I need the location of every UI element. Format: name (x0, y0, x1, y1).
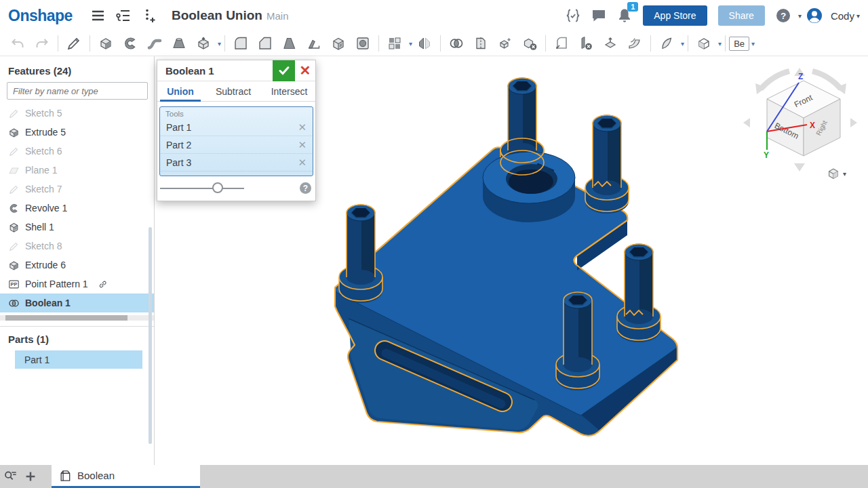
onshape-logo[interactable]: Onshape (8, 7, 73, 25)
cancel-button[interactable]: ✕ (295, 60, 315, 81)
user-name[interactable]: Cody (831, 10, 854, 22)
sweep-button[interactable] (144, 33, 165, 54)
shell-button[interactable] (328, 33, 349, 54)
features-panel: Features (24) Sketch 5 Extrude 5 Sketch … (0, 56, 155, 465)
remove-part2-icon[interactable]: ✕ (298, 139, 307, 151)
tab-union[interactable]: Union (157, 81, 203, 101)
tools-label: Tools (160, 107, 313, 119)
thicken-button[interactable] (193, 33, 214, 54)
part-item-part1[interactable]: Part 1 (15, 350, 142, 369)
thicken-caret-icon[interactable]: ▾ (218, 40, 221, 47)
tab-intersect[interactable]: Intersect (263, 81, 315, 101)
shell-icon (8, 222, 20, 233)
composite-caret-icon[interactable]: ▾ (718, 40, 722, 47)
delete-face-button[interactable] (576, 33, 596, 54)
move-face-button[interactable] (600, 33, 620, 54)
mirror-button[interactable] (414, 33, 435, 54)
workspace-name[interactable]: Main (267, 10, 289, 22)
feature-item-sketch7[interactable]: Sketch 7 (0, 180, 154, 199)
featurescript-icon[interactable] (565, 7, 581, 24)
remove-part3-icon[interactable]: ✕ (298, 157, 307, 169)
chamfer-button[interactable] (255, 33, 275, 54)
add-tab-button[interactable] (20, 465, 41, 488)
modify-fillet-button[interactable] (551, 33, 572, 54)
x-axis-label: X (810, 121, 815, 130)
user-menu-caret-icon[interactable]: ▾ (856, 12, 860, 20)
feature-filter-input[interactable] (7, 82, 148, 100)
comments-icon[interactable] (591, 7, 607, 24)
tool-row-part4[interactable]: Part 4✕ (160, 171, 313, 176)
feature-item-extrude6[interactable]: Extrude 6 (0, 256, 154, 274)
delete-part-button[interactable] (519, 33, 540, 54)
offset-surface-button[interactable] (625, 33, 645, 54)
tools-selection-list[interactable]: Tools Part 1✕ Part 2✕ Part 3✕ Part 4✕ (159, 106, 313, 176)
detail-slider-handle[interactable] (212, 182, 223, 193)
onshape-app: Onshape Boolean Union Main 1 App Store S… (0, 0, 868, 488)
y-axis-label: Y (764, 150, 769, 160)
revolve-icon (8, 203, 20, 214)
feature-item-extrude5[interactable]: Extrude 5 (0, 123, 154, 142)
extrude-button[interactable] (96, 33, 116, 54)
app-store-button[interactable]: App Store (643, 5, 707, 26)
share-button[interactable]: Share (718, 5, 765, 26)
user-avatar[interactable] (806, 7, 823, 24)
versions-history-icon[interactable] (115, 7, 132, 24)
view-right-arrow[interactable] (850, 118, 857, 127)
insert-element-icon[interactable] (141, 7, 157, 24)
help-icon[interactable]: ? (775, 7, 791, 24)
dialog-help-icon[interactable]: ? (300, 182, 311, 194)
custom-feature-button[interactable]: Be (729, 37, 749, 51)
features-horizontal-scrollbar[interactable] (0, 315, 154, 321)
model-viewport[interactable] (319, 64, 698, 447)
view-down-arrow[interactable] (794, 163, 805, 171)
hole-button[interactable] (353, 33, 373, 54)
tool-row-part2[interactable]: Part 2✕ (160, 136, 313, 154)
feature-item-shell1[interactable]: Shell 1 (0, 218, 154, 237)
sketch-button[interactable] (64, 33, 84, 54)
feature-item-boolean1[interactable]: Boolean 1 (0, 293, 154, 312)
view-options-caret-icon[interactable]: ▾ (843, 170, 846, 178)
notification-badge: 1 (627, 2, 638, 12)
tab-subtract[interactable]: Subtract (203, 81, 263, 101)
tool-row-part3[interactable]: Part 3✕ (160, 154, 313, 171)
feature-item-plane1[interactable]: Plane 1 (0, 161, 154, 180)
notifications-bell-icon[interactable]: 1 (616, 7, 633, 24)
remove-part1-icon[interactable]: ✕ (298, 121, 307, 134)
features-vertical-scrollbar[interactable] (149, 227, 152, 444)
partstudio-tab-boolean[interactable]: Boolean (52, 465, 200, 488)
feature-item-sketch6[interactable]: Sketch 6 (0, 142, 154, 161)
boolean-button[interactable] (446, 33, 467, 54)
composite-part-button[interactable] (694, 33, 714, 54)
dialog-title: Boolean 1 (157, 65, 273, 77)
bolt-2 (585, 115, 629, 214)
redo-button[interactable] (32, 33, 52, 54)
confirm-button[interactable] (273, 60, 295, 81)
main-area: Front Bottom Right Z X Y ▾ Features (24)… (0, 56, 868, 465)
linear-pattern-button[interactable] (384, 33, 405, 54)
draft-button[interactable] (279, 33, 300, 54)
pattern-caret-icon[interactable]: ▾ (409, 40, 412, 47)
feature-item-sketch5[interactable]: Sketch 5 (0, 104, 154, 123)
custom-feature-caret-icon[interactable]: ▾ (751, 40, 755, 47)
feature-item-sketch8[interactable]: Sketch 8 (0, 237, 154, 256)
help-caret-icon[interactable]: ▾ (798, 12, 802, 20)
surface-caret-icon[interactable]: ▾ (681, 40, 684, 47)
split-button[interactable] (471, 33, 491, 54)
tool-row-part1[interactable]: Part 1✕ (160, 119, 313, 136)
view-options-button[interactable]: ▾ (826, 166, 846, 181)
manage-tabs-button[interactable] (0, 465, 20, 488)
feature-item-revolve1[interactable]: Revolve 1 (0, 199, 154, 218)
undo-button[interactable] (7, 33, 28, 54)
revolve-button[interactable] (120, 33, 140, 54)
feature-item-pointpattern1[interactable]: PP Point Pattern 1 (0, 274, 154, 293)
detail-slider[interactable] (160, 188, 244, 189)
loft-button[interactable] (169, 33, 189, 54)
fillet-button[interactable] (231, 33, 251, 54)
point-pattern-icon: PP (8, 279, 20, 290)
view-left-arrow[interactable] (743, 118, 750, 127)
surface-tools-button[interactable] (656, 33, 677, 54)
rib-button[interactable] (304, 33, 324, 54)
transform-button[interactable] (495, 33, 515, 54)
hamburger-menu-icon[interactable] (90, 7, 106, 24)
top-bar: Onshape Boolean Union Main 1 App Store S… (0, 0, 868, 31)
